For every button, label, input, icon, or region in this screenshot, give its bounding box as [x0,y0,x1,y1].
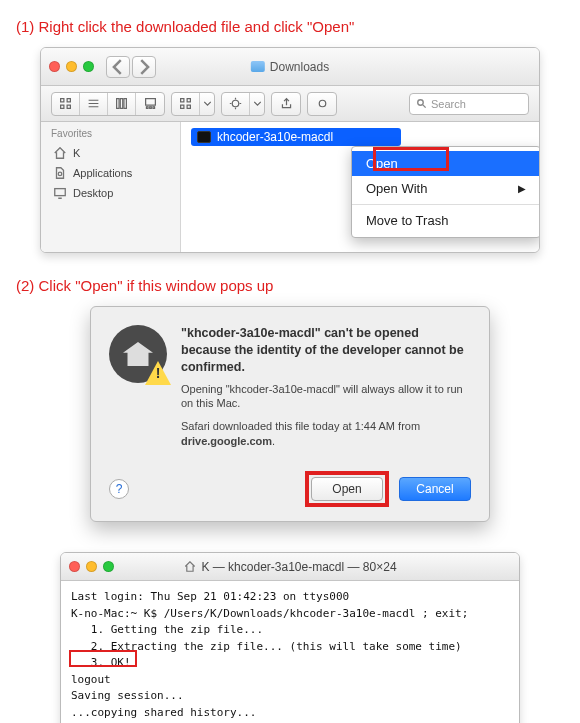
svg-rect-13 [152,107,154,109]
arrange-button[interactable] [172,93,200,115]
minimize-icon[interactable] [86,561,97,572]
svg-rect-16 [181,105,184,108]
svg-rect-3 [67,105,70,108]
help-button[interactable]: ? [109,479,129,499]
svg-line-25 [423,105,426,108]
sidebar-item-home[interactable]: K [51,143,170,163]
finder-sidebar: Favorites K Applications Desktop [41,122,181,252]
dialog-title: "khcoder-3a10e-macdl" can't be opened be… [181,325,471,376]
list-view-button[interactable] [80,93,108,115]
cancel-button[interactable]: Cancel [399,477,471,501]
open-button[interactable]: Open [311,477,383,501]
context-menu-label: Open [366,156,398,171]
svg-point-23 [319,100,326,107]
svg-point-18 [232,100,239,107]
arrange-chevron-icon[interactable] [200,93,214,115]
terminal-window: K — khcoder-3a10e-macdl — 80×24 Last log… [60,552,520,723]
home-icon [183,561,196,572]
svg-rect-10 [145,99,155,106]
zoom-icon[interactable] [83,61,94,72]
context-menu-open[interactable]: Open [352,151,540,176]
finder-toolbar: Search [41,86,539,122]
sidebar-item-desktop[interactable]: Desktop [51,183,170,203]
forward-button[interactable] [132,56,156,78]
window-title: Downloads [251,60,329,74]
search-icon [416,98,427,109]
highlight-box: Open [305,471,389,507]
search-placeholder: Search [431,98,466,110]
tags-button[interactable] [307,92,337,116]
svg-rect-11 [146,107,148,109]
finder-content: khcoder-3a10e-macdl Open Open With ▶ Mov… [181,122,539,252]
home-icon [53,146,67,160]
svg-rect-0 [61,99,64,102]
svg-rect-17 [187,105,190,108]
desktop-icon [53,186,67,200]
action-chevron-icon[interactable] [250,93,264,115]
context-menu: Open Open With ▶ Move to Trash [351,146,540,238]
svg-rect-27 [55,189,66,196]
window-controls [69,561,114,572]
context-menu-separator [352,204,540,205]
sidebar-heading: Favorites [51,128,170,139]
context-menu-label: Open With [366,181,427,196]
arrange-group [171,92,215,116]
finder-window: Downloads [40,47,540,253]
submenu-arrow-icon: ▶ [518,183,526,194]
window-controls [49,61,94,72]
context-menu-open-with[interactable]: Open With ▶ [352,176,540,201]
back-button[interactable] [106,56,130,78]
zoom-icon[interactable] [103,561,114,572]
sidebar-item-applications[interactable]: Applications [51,163,170,183]
highlight-box [69,650,137,667]
terminal-file-icon [197,131,211,143]
search-input[interactable]: Search [409,93,529,115]
nav-buttons [106,56,156,78]
action-group [221,92,265,116]
folder-icon [251,61,265,72]
svg-rect-9 [124,99,126,109]
sidebar-item-label: Applications [73,167,132,179]
file-name: khcoder-3a10e-macdl [217,130,333,144]
svg-rect-1 [67,99,70,102]
app-icon: ! [109,325,167,383]
svg-rect-15 [187,99,190,102]
terminal-output: Last login: Thu Sep 21 01:42:23 on ttys0… [61,581,519,723]
minimize-icon[interactable] [66,61,77,72]
dialog-line-2: Safari downloaded this file today at 1:4… [181,419,471,449]
view-mode-group [51,92,165,116]
svg-point-24 [418,100,424,106]
close-icon[interactable] [49,61,60,72]
context-menu-label: Move to Trash [366,213,448,228]
gallery-view-button[interactable] [136,93,164,115]
dialog-line-1: Opening "khcoder-3a10e-macdl" will alway… [181,382,471,412]
finder-titlebar: Downloads [41,48,539,86]
svg-rect-12 [149,107,151,109]
action-button[interactable] [222,93,250,115]
svg-rect-7 [117,99,119,109]
svg-rect-14 [181,99,184,102]
close-icon[interactable] [69,561,80,572]
file-row-selected[interactable]: khcoder-3a10e-macdl [191,128,401,146]
instruction-step-2: (2) Click "Open" if this window pops up [16,277,564,294]
applications-icon [53,166,67,180]
gatekeeper-dialog: ! "khcoder-3a10e-macdl" can't be opened … [90,306,490,522]
context-menu-trash[interactable]: Move to Trash [352,208,540,233]
instruction-step-1: (1) Right click the downloaded file and … [16,18,564,35]
sidebar-item-label: K [73,147,80,159]
terminal-title: K — khcoder-3a10e-macdl — 80×24 [183,560,396,574]
column-view-button[interactable] [108,93,136,115]
svg-rect-8 [120,99,122,109]
icon-view-button[interactable] [52,93,80,115]
svg-rect-2 [61,105,64,108]
share-button[interactable] [271,92,301,116]
title-text: Downloads [270,60,329,74]
sidebar-item-label: Desktop [73,187,113,199]
svg-point-26 [58,172,62,176]
